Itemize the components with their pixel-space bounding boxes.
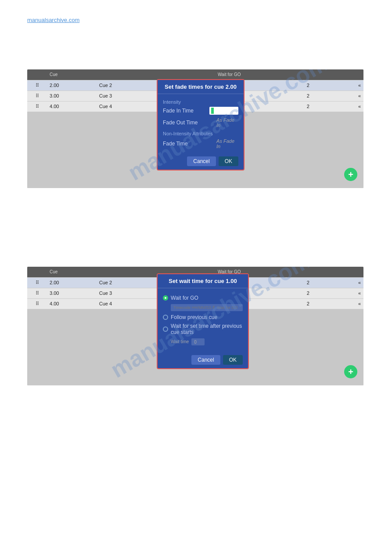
- dialog-title: Set fade times for cue 2.00: [158, 80, 244, 94]
- wait-set-time-option[interactable]: Wait for set time after previous cue sta…: [163, 322, 243, 337]
- follow-previous-label: Follow previous cue: [171, 314, 217, 320]
- fade-times-dialog: Set fade times for cue 2.00 Intensity Fa…: [157, 79, 245, 170]
- follow-previous-option[interactable]: Follow previous cue: [163, 313, 243, 322]
- wait-dialog-title: Set wait time for cue 1.00: [158, 274, 248, 288]
- radio-selected-icon: [163, 295, 168, 301]
- drag-handle: ⠿: [27, 80, 47, 91]
- fade-in-indicator: [211, 108, 214, 114]
- radio-unselected-icon: [163, 315, 168, 320]
- wait-time-label: Wait time: [171, 339, 189, 344]
- wait-time-dialog: Set wait time for cue 1.00 Wait for GO: [157, 273, 249, 369]
- wait-for-go-label: Wait for GO: [171, 295, 198, 301]
- radio-unselected-icon-2: [163, 326, 168, 332]
- screenshot-1: Cue Wait for GO ⠿ 2.00 Cue 2 Wait for GO…: [27, 69, 363, 188]
- screenshot-2: Cue Wait for GO ⠿ 2.00 Cue 2 Wait for GO…: [27, 267, 363, 385]
- fade-out-placeholder: As Fade In: [216, 117, 238, 128]
- wait-for-go-option[interactable]: Wait for GO: [163, 294, 243, 302]
- add-cue-button-2[interactable]: +: [344, 365, 357, 378]
- cancel-button[interactable]: Cancel: [187, 156, 216, 166]
- top-link[interactable]: manualsarchive.com: [27, 17, 79, 23]
- cue-number: 2.00: [47, 80, 97, 91]
- intensity-label: Intensity: [163, 98, 238, 105]
- wait-time-input[interactable]: [191, 338, 205, 345]
- fade-time-label: Fade Time: [163, 141, 216, 147]
- timecode-input[interactable]: [171, 304, 243, 311]
- add-cue-button[interactable]: +: [344, 168, 357, 181]
- ok-button[interactable]: OK: [219, 156, 238, 166]
- fade-in-label: Fade In Time: [163, 108, 209, 114]
- fade-time-placeholder: As Fade In: [216, 138, 238, 149]
- wait-set-time-label: Wait for set time after previous cue sta…: [171, 323, 243, 335]
- ok-button-2[interactable]: OK: [223, 355, 243, 365]
- fade-out-label: Fade Out Time: [163, 120, 216, 126]
- non-intensity-label: Non-Intensity Attributes: [163, 129, 238, 137]
- cue-arrow: «: [334, 80, 363, 91]
- cancel-button-2[interactable]: Cancel: [191, 355, 220, 365]
- cue-val: 2: [304, 80, 334, 91]
- wait-options: Wait for GO Follow previous cue Wait: [163, 292, 243, 349]
